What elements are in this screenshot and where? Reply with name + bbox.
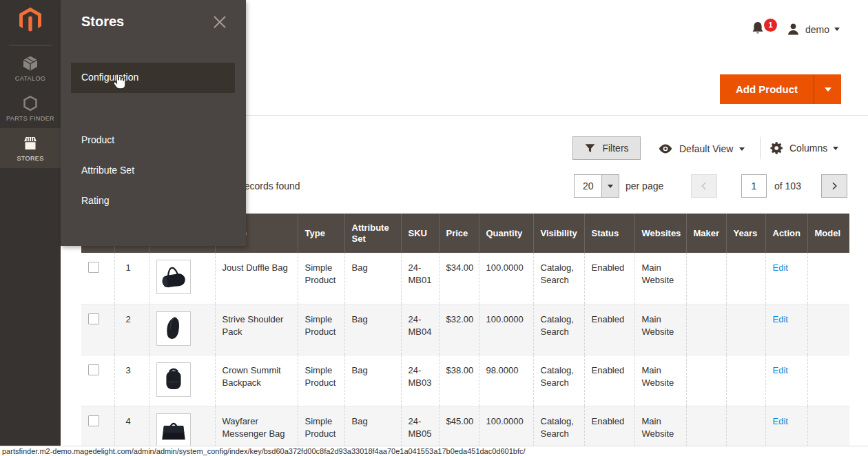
storefront-icon bbox=[22, 135, 39, 152]
edit-link[interactable]: Edit bbox=[773, 262, 788, 273]
cell-status: Enabled bbox=[584, 355, 634, 406]
cell-quantity: 100.0000 bbox=[479, 253, 533, 304]
chevron-down-icon bbox=[608, 185, 613, 188]
column-header-maker[interactable]: Maker bbox=[686, 214, 726, 253]
cell-visibility: Catalog, Search bbox=[533, 304, 584, 355]
edit-link[interactable]: Edit bbox=[773, 416, 788, 426]
column-header-years[interactable]: Years bbox=[726, 214, 765, 253]
per-page-value: 20 bbox=[575, 175, 601, 197]
messenger-bag-image bbox=[156, 413, 191, 448]
close-icon[interactable] bbox=[212, 14, 227, 30]
person-icon bbox=[786, 22, 800, 37]
page-number-input[interactable] bbox=[741, 174, 767, 198]
hand-cursor-icon bbox=[110, 73, 127, 91]
cell-thumbnail bbox=[149, 304, 215, 355]
cell-sku: 24-MB01 bbox=[401, 253, 439, 304]
menu-item-attribute-set[interactable]: Attribute Set bbox=[81, 165, 134, 176]
cell-sku: 24-MB03 bbox=[401, 355, 439, 406]
cell-price: $34.00 bbox=[439, 253, 479, 304]
products-grid: IDNameTypeAttribute SetSKUPriceQuantityV… bbox=[81, 214, 849, 456]
cell-attribute_set: Bag bbox=[344, 304, 401, 355]
user-menu[interactable]: demo bbox=[786, 22, 840, 37]
cell-years bbox=[726, 304, 765, 355]
notifications-button[interactable]: 1 bbox=[750, 21, 774, 40]
table-row: 1Joust Duffle BagSimple ProductBag24-MB0… bbox=[81, 253, 849, 304]
add-product-split-button: Add Product bbox=[720, 74, 841, 104]
cell-price: $38.00 bbox=[439, 355, 479, 406]
per-page-select[interactable]: 20 bbox=[574, 174, 619, 198]
column-header-quantity[interactable]: Quantity bbox=[479, 214, 533, 253]
hexagon-icon bbox=[22, 95, 39, 112]
cell-type: Simple Product bbox=[298, 253, 344, 304]
cell-id: 3 bbox=[114, 355, 149, 406]
cell-price: $32.00 bbox=[439, 304, 479, 355]
edit-link[interactable]: Edit bbox=[773, 365, 788, 375]
magento-logo[interactable] bbox=[0, 0, 61, 36]
column-header-websites[interactable]: Websites bbox=[634, 214, 686, 253]
sidebar-divider bbox=[9, 45, 52, 45]
cell-thumbnail bbox=[149, 355, 215, 406]
chevron-down-icon bbox=[739, 147, 745, 151]
filters-button[interactable]: Filters bbox=[572, 136, 641, 160]
cell-visibility: Catalog, Search bbox=[533, 355, 584, 406]
stores-flyout-menu: Stores Configuration Product Attribute S… bbox=[61, 0, 246, 246]
sidebar-item-label: PARTS FINDER bbox=[1, 115, 59, 122]
column-header-sku[interactable]: SKU bbox=[401, 214, 439, 253]
cell-action: Edit bbox=[765, 304, 807, 355]
sidebar-item-catalog[interactable]: CATALOG bbox=[0, 48, 61, 88]
toolbar-divider bbox=[760, 137, 761, 159]
cell-visibility: Catalog, Search bbox=[533, 253, 584, 304]
menu-item-rating[interactable]: Rating bbox=[81, 195, 109, 206]
chevron-down-icon bbox=[825, 87, 831, 92]
sidebar-item-parts-finder[interactable]: PARTS FINDER bbox=[0, 88, 61, 128]
cell-attribute_set: Bag bbox=[344, 253, 401, 304]
cell-model bbox=[807, 304, 849, 355]
cell-select bbox=[81, 304, 114, 355]
column-header-visibility[interactable]: Visibility bbox=[533, 214, 584, 253]
edit-link[interactable]: Edit bbox=[773, 314, 788, 324]
sidebar-item-stores[interactable]: STORES bbox=[0, 128, 61, 168]
chevron-right-icon bbox=[829, 180, 840, 191]
column-header-action[interactable]: Action bbox=[765, 214, 807, 253]
add-product-dropdown-toggle[interactable] bbox=[814, 74, 841, 104]
cell-id: 2 bbox=[114, 304, 149, 355]
row-checkbox[interactable] bbox=[88, 364, 99, 375]
next-page-button[interactable] bbox=[821, 174, 847, 198]
cell-action: Edit bbox=[765, 355, 807, 406]
gear-icon bbox=[770, 141, 784, 155]
records-found-label: records found bbox=[241, 180, 300, 191]
column-header-model[interactable]: Model bbox=[807, 214, 849, 253]
cell-websites: Main Website bbox=[634, 304, 686, 355]
chevron-down-icon bbox=[834, 28, 840, 31]
cell-select bbox=[81, 253, 114, 304]
columns-dropdown[interactable]: Columns bbox=[770, 141, 838, 155]
notification-count-badge: 1 bbox=[764, 19, 777, 32]
menu-item-product[interactable]: Product bbox=[81, 134, 114, 145]
column-header-type[interactable]: Type bbox=[298, 214, 344, 253]
column-header-attribute_set[interactable]: Attribute Set bbox=[344, 214, 401, 253]
row-checkbox[interactable] bbox=[88, 262, 99, 273]
cell-name: Crown Summit Backpack bbox=[215, 355, 298, 406]
row-checkbox[interactable] bbox=[88, 415, 99, 426]
column-header-price[interactable]: Price bbox=[439, 214, 479, 253]
previous-page-button[interactable] bbox=[691, 174, 717, 198]
columns-label: Columns bbox=[789, 143, 827, 154]
cell-model bbox=[807, 355, 849, 406]
row-checkbox[interactable] bbox=[88, 313, 99, 324]
add-product-button[interactable]: Add Product bbox=[720, 74, 814, 104]
admin-sidebar: CATALOG PARTS FINDER STORES bbox=[0, 0, 61, 446]
per-page-dropdown-toggle[interactable] bbox=[601, 175, 619, 197]
sidebar-item-label: STORES bbox=[1, 155, 59, 162]
cell-maker bbox=[686, 355, 726, 406]
cell-attribute_set: Bag bbox=[344, 355, 401, 406]
filters-label: Filters bbox=[602, 143, 628, 154]
menu-item-configuration[interactable]: Configuration bbox=[71, 63, 235, 93]
funnel-icon bbox=[584, 143, 596, 154]
default-view-dropdown[interactable]: Default View bbox=[658, 141, 745, 156]
column-header-status[interactable]: Status bbox=[584, 214, 634, 253]
cell-id: 1 bbox=[114, 253, 149, 304]
table-row: 2Strive Shoulder PackSimple ProductBag24… bbox=[81, 304, 849, 355]
cell-model bbox=[807, 253, 849, 304]
sling-pack-image bbox=[156, 311, 191, 346]
cell-name: Strive Shoulder Pack bbox=[215, 304, 298, 355]
